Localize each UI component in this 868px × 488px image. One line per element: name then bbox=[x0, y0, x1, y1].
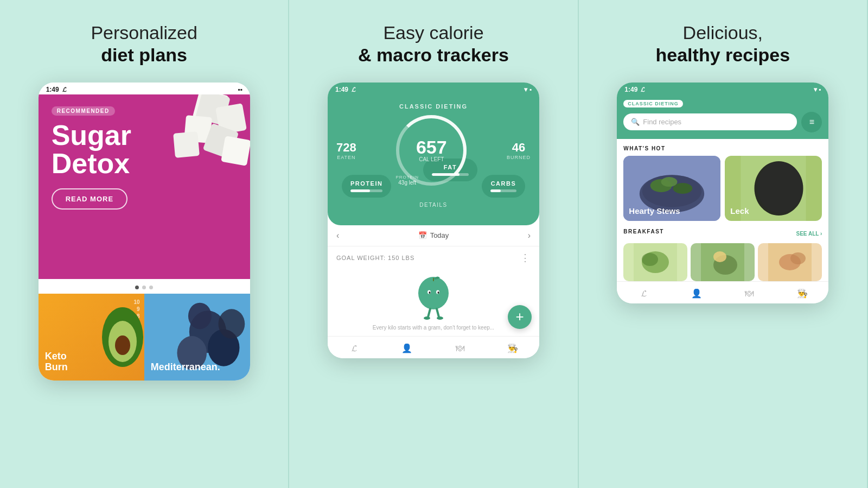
bottom-navigation-3: 𝓛 👤 🍽 👨‍🍳 bbox=[617, 281, 828, 303]
filter-icon: ≡ bbox=[809, 117, 814, 127]
bf-image-1 bbox=[623, 243, 687, 281]
panel2-title: Easy calorie & macro trackers bbox=[358, 22, 509, 66]
nav-food-icon-3[interactable]: 🍽 bbox=[742, 286, 757, 301]
diet-title-line1: Sugar bbox=[52, 119, 131, 151]
bf-image-3 bbox=[758, 243, 822, 281]
sugar-cubes-decoration bbox=[163, 94, 250, 176]
nav-food-icon[interactable]: 🍽 bbox=[452, 341, 468, 356]
svg-rect-6 bbox=[221, 136, 250, 166]
dot-2 bbox=[142, 286, 146, 289]
recipes-content: WHAT'S HOT bbox=[617, 139, 828, 281]
more-options-icon[interactable]: ⋮ bbox=[520, 252, 531, 264]
breakfast-label: BREAKFAST bbox=[623, 229, 664, 235]
diet-main-card: RECOMMENDED Sugar Detox READ MORE bbox=[39, 94, 250, 279]
read-more-button[interactable]: READ MORE bbox=[52, 188, 127, 210]
today-center: 📅 Today bbox=[418, 231, 449, 239]
nav-chef-icon[interactable]: 👨‍🍳 bbox=[505, 341, 520, 356]
status-bar-2: 1:49 𝓛 ▾ ▪ bbox=[328, 83, 539, 94]
signal-icons-2: ▾ ▪ bbox=[524, 86, 532, 93]
diet-type-label: CLASSIC DIETING bbox=[336, 103, 531, 110]
svg-line-22 bbox=[437, 309, 439, 317]
breakfast-card-3[interactable] bbox=[758, 243, 822, 281]
breakfast-card-2[interactable] bbox=[691, 243, 755, 281]
lifesum-icon-3: 𝓛 bbox=[641, 86, 644, 93]
hearty-stews-card[interactable]: Hearty Stews bbox=[623, 156, 720, 221]
panel1-title: Personalized diet plans bbox=[91, 22, 197, 66]
status-time-2: 1:49 bbox=[335, 86, 348, 93]
search-row: 🔍 Find recipes ≡ bbox=[623, 112, 822, 132]
eaten-label: EATEN bbox=[336, 155, 356, 160]
svg-point-24 bbox=[437, 316, 443, 320]
svg-point-14 bbox=[188, 302, 212, 329]
keto-card[interactable]: 10 9 8 Keto Burn bbox=[39, 294, 144, 381]
hot-recipes-grid: Hearty Stews Leck bbox=[623, 156, 822, 221]
second-hot-card[interactable]: Leck bbox=[725, 156, 822, 221]
diet-title-line2: Detox bbox=[52, 148, 130, 179]
dot-3 bbox=[149, 286, 153, 289]
weight-goal-bar: GOAL WEIGHT: 150 LBS ⋮ bbox=[328, 246, 539, 267]
dot-1 bbox=[135, 286, 139, 289]
cal-left-label: CAL LEFT bbox=[419, 156, 444, 162]
nav-person-icon[interactable]: 👤 bbox=[399, 341, 414, 356]
next-day-button[interactable]: › bbox=[528, 231, 531, 240]
phone-recipes: 1:49 𝓛 ▾ ▪ CLASSIC DIETING 🔍 Find recipe… bbox=[617, 83, 828, 303]
mediterranean-card[interactable]: Mediterranean. bbox=[144, 294, 250, 381]
panel2-title-line1: Easy calorie bbox=[358, 22, 509, 44]
classic-dieting-badge: CLASSIC DIETING bbox=[623, 100, 683, 107]
panel1-title-line1: Personalized bbox=[91, 22, 197, 44]
signal-icons-3: ▾ ▪ bbox=[814, 86, 821, 93]
bf-image-2 bbox=[691, 243, 755, 281]
svg-point-9 bbox=[115, 335, 130, 355]
phone-tracker-wrapper: 1:49 𝓛 ▾ ▪ CLASSIC DIETING 728 EATEN bbox=[328, 83, 539, 358]
status-time-3: 1:49 bbox=[624, 86, 637, 93]
panel-diet-plans: Personalized diet plans 1:49 𝓛 ▪▪ bbox=[0, 0, 289, 488]
nav-home-icon-3[interactable]: 𝓛 bbox=[636, 286, 651, 301]
panel3-title: Delicious, healthy recipes bbox=[656, 22, 790, 66]
avocado-image bbox=[82, 294, 144, 381]
bottom-navigation-2: 𝓛 👤 🍽 👨‍🍳 bbox=[328, 336, 539, 358]
status-time-1: 1:49 bbox=[46, 86, 59, 93]
phone-tracker: 1:49 𝓛 ▾ ▪ CLASSIC DIETING 728 EATEN bbox=[328, 83, 539, 358]
status-bar-3: 1:49 𝓛 ▾ ▪ bbox=[617, 83, 828, 94]
panel1-title-line2: diet plans bbox=[91, 44, 197, 66]
calendar-icon: 📅 bbox=[418, 231, 427, 239]
svg-point-20 bbox=[437, 291, 439, 294]
weight-goal-label: GOAL WEIGHT: 150 LBS bbox=[336, 255, 414, 261]
keto-label: Keto Burn bbox=[45, 351, 68, 373]
burned-stat: 46 BURNED bbox=[507, 141, 531, 160]
recommended-badge: RECOMMENDED bbox=[52, 106, 115, 116]
panel2-title-line2: & macro trackers bbox=[358, 44, 509, 66]
svg-point-23 bbox=[424, 316, 430, 320]
details-link[interactable]: DETAILS bbox=[336, 198, 531, 212]
nav-chef-icon-3[interactable]: 👨‍🍳 bbox=[795, 286, 810, 301]
filter-button[interactable]: ≡ bbox=[801, 112, 822, 132]
panel3-title-line1: Delicious, bbox=[656, 22, 790, 44]
svg-point-36 bbox=[642, 253, 658, 266]
prev-day-button[interactable]: ‹ bbox=[336, 231, 339, 240]
eaten-stat: 728 EATEN bbox=[336, 141, 356, 160]
lifesum-icon-1: 𝓛 bbox=[62, 86, 66, 93]
nav-profile-icon[interactable]: 𝓛 bbox=[347, 341, 362, 356]
recipes-header: CLASSIC DIETING 🔍 Find recipes ≡ bbox=[617, 94, 828, 139]
svg-point-15 bbox=[418, 277, 449, 309]
search-icon: 🔍 bbox=[631, 118, 640, 126]
svg-line-21 bbox=[428, 309, 430, 317]
breakfast-card-1[interactable] bbox=[623, 243, 687, 281]
slide-dots bbox=[39, 279, 250, 294]
med-label: Mediterranean. bbox=[151, 362, 220, 373]
svg-point-19 bbox=[429, 291, 430, 294]
svg-point-13 bbox=[218, 309, 245, 339]
cal-left-value: 657 bbox=[416, 138, 447, 156]
svg-rect-5 bbox=[173, 131, 200, 158]
phone-diet: 1:49 𝓛 ▪▪ RECOMMENDED Sugar Deto bbox=[39, 83, 250, 381]
today-bar: ‹ 📅 Today › bbox=[328, 225, 539, 246]
add-meal-fab[interactable]: + bbox=[508, 305, 532, 329]
whats-hot-label: WHAT'S HOT bbox=[623, 145, 822, 151]
nav-person-icon-3[interactable]: 👤 bbox=[689, 286, 704, 301]
panel-recipes: Delicious, healthy recipes 1:49 𝓛 ▾ ▪ CL… bbox=[579, 0, 868, 488]
search-box[interactable]: 🔍 Find recipes bbox=[623, 113, 797, 130]
burned-value: 46 bbox=[507, 141, 531, 155]
lifesum-icon-2: 𝓛 bbox=[352, 86, 355, 93]
eaten-value: 728 bbox=[336, 141, 356, 155]
see-all-button[interactable]: SEE ALL › bbox=[796, 231, 822, 237]
